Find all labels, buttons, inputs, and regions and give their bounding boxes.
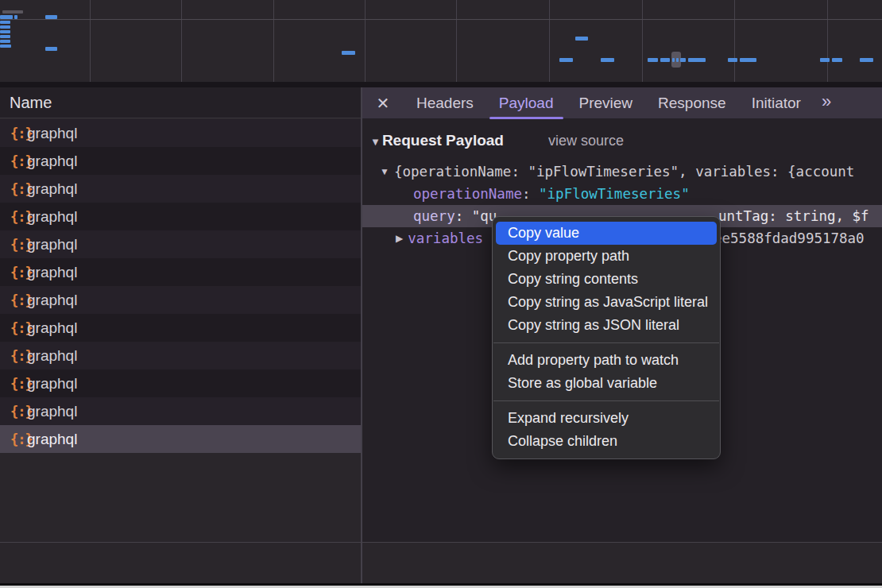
waterfall-row-divider [0, 19, 882, 20]
waterfall-request-bar [648, 58, 658, 62]
collapse-triangle-icon[interactable]: ▼ [380, 166, 389, 177]
request-row-graphql[interactable]: {:}graphql [0, 119, 361, 147]
close-icon[interactable]: ✕ [362, 94, 404, 113]
payload-title-row: ▼ Request Payload view source [370, 132, 624, 149]
waterfall-request-bar [2, 10, 23, 14]
more-tabs-icon[interactable]: » [814, 91, 839, 112]
waterfall-gridline [642, 0, 643, 82]
request-row-graphql[interactable]: {:}graphql [0, 258, 361, 286]
json-request-icon: {:} [0, 265, 27, 280]
request-list: {:}graphql{:}graphql{:}graphql{:}graphql… [0, 119, 361, 453]
details-tab-bar: ✕ HeadersPayloadPreviewResponseInitiator… [362, 87, 882, 119]
json-request-icon: {:} [0, 126, 27, 141]
waterfall-request-bar [559, 58, 573, 62]
waterfall-request-bar [672, 58, 675, 62]
waterfall-request-bar [860, 58, 873, 62]
context-menu: Copy valueCopy property pathCopy string … [492, 216, 721, 459]
waterfall-request-bar [680, 58, 686, 62]
request-row-graphql[interactable]: {:}graphql [0, 203, 361, 230]
waterfall-request-bar [575, 37, 588, 41]
tab-preview[interactable]: Preview [567, 87, 646, 119]
tab-payload[interactable]: Payload [486, 87, 567, 119]
request-name-label: graphql [27, 153, 77, 170]
menu-item-copy-value[interactable]: Copy value [496, 222, 717, 245]
menu-item-copy-string-contents[interactable]: Copy string contents [493, 268, 720, 291]
property-value-string: "ipFlowTimeseries" [539, 186, 690, 202]
request-name-label: graphql [27, 375, 77, 393]
waterfall-request-bar [676, 58, 679, 62]
status-footer [0, 543, 882, 583]
json-request-icon: {:} [0, 431, 27, 447]
menu-item-add-property-path-to-watch[interactable]: Add property path to watch [493, 349, 720, 372]
tab-headers[interactable]: Headers [404, 87, 486, 119]
request-name-label: graphql [27, 403, 77, 420]
request-row-graphql[interactable]: {:}graphql [0, 397, 361, 425]
waterfall-gridline [827, 0, 828, 82]
key-separator: : [455, 208, 472, 224]
name-column-label: Name [10, 94, 52, 112]
waterfall-request-bar [45, 15, 57, 19]
tree-row-operation-name[interactable]: operationName: "ipFlowTimeseries" [362, 183, 882, 205]
json-request-icon: {:} [0, 348, 27, 364]
json-request-icon: {:} [0, 320, 27, 336]
waterfall-request-bar [601, 58, 614, 62]
request-row-graphql[interactable]: {:}graphql [0, 342, 361, 369]
property-key: variables [408, 230, 483, 246]
name-column-header[interactable]: Name [0, 87, 361, 118]
object-preview-continued: ee5588fdad995178a0 [714, 227, 865, 250]
waterfall-gridline [549, 0, 550, 82]
request-row-graphql[interactable]: {:}graphql [0, 286, 361, 314]
waterfall-request-bar [0, 44, 11, 48]
waterfall-request-bar [832, 58, 842, 62]
request-row-graphql[interactable]: {:}graphql [0, 147, 361, 175]
menu-item-copy-property-path[interactable]: Copy property path [493, 245, 720, 268]
tab-initiator[interactable]: Initiator [739, 87, 814, 119]
request-name-label: graphql [27, 125, 77, 142]
waterfall-request-bar [740, 58, 756, 62]
request-name-label: graphql [27, 264, 77, 281]
waterfall-request-bar [45, 47, 57, 51]
request-row-graphql[interactable]: {:}graphql [0, 314, 361, 342]
request-name-label: graphql [27, 347, 77, 365]
menu-separator [493, 400, 719, 401]
waterfall-request-bar [0, 25, 10, 29]
property-value-string-continued: untTag: string, $f [718, 205, 869, 227]
waterfall-gridline [90, 0, 91, 82]
property-key: query [413, 208, 455, 224]
request-row-graphql[interactable]: {:}graphql [0, 230, 361, 258]
waterfall-gridline [734, 0, 735, 82]
request-name-label: graphql [27, 431, 77, 448]
json-request-icon: {:} [0, 153, 27, 169]
menu-item-store-as-global-variable[interactable]: Store as global variable [493, 372, 720, 395]
payload-section-title: Request Payload [382, 132, 504, 149]
collapse-triangle-icon[interactable]: ▼ [370, 136, 381, 148]
waterfall-request-bar [660, 58, 670, 62]
json-request-icon: {:} [0, 404, 27, 420]
json-request-icon: {:} [0, 376, 27, 392]
menu-item-collapse-children[interactable]: Collapse children [493, 430, 720, 453]
waterfall-request-bar [14, 15, 17, 19]
request-row-graphql[interactable]: {:}graphql [0, 369, 361, 397]
request-name-label: graphql [27, 236, 77, 253]
request-row-graphql[interactable]: {:}graphql [0, 175, 361, 203]
menu-separator [493, 342, 719, 343]
view-source-link[interactable]: view source [548, 133, 624, 149]
request-row-graphql[interactable]: {:}graphql [0, 425, 361, 453]
request-list-panel: Name {:}graphql{:}graphql{:}graphql{:}gr… [0, 87, 361, 583]
property-key: operationName [413, 186, 522, 202]
json-request-icon: {:} [0, 237, 27, 253]
network-overview-waterfall[interactable] [0, 0, 882, 82]
json-request-icon: {:} [0, 292, 27, 308]
request-name-label: graphql [27, 208, 77, 226]
tree-row-root[interactable]: ▼ {operationName: "ipFlowTimeseries", va… [362, 161, 882, 183]
menu-item-copy-string-as-javascript-literal[interactable]: Copy string as JavaScript literal [493, 291, 720, 314]
waterfall-request-bar [728, 58, 737, 62]
overview-bottom-strip [0, 82, 882, 87]
menu-item-expand-recursively[interactable]: Expand recursively [493, 407, 720, 430]
tab-response[interactable]: Response [645, 87, 739, 119]
waterfall-gridline [365, 0, 366, 82]
waterfall-request-bar [0, 40, 10, 43]
menu-item-copy-string-as-json-literal[interactable]: Copy string as JSON literal [493, 314, 720, 337]
waterfall-request-bar [342, 51, 355, 55]
expand-triangle-icon[interactable]: ▶ [396, 233, 403, 244]
